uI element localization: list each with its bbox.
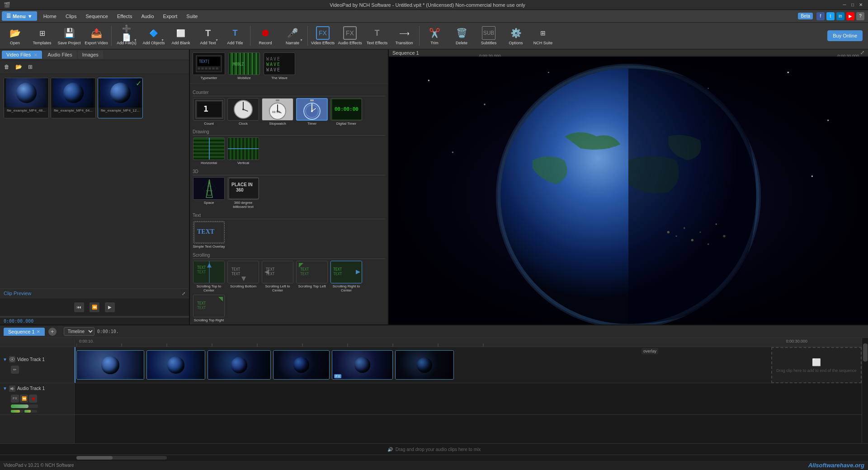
help-icon[interactable]: ? [856, 12, 864, 20]
transition-button[interactable]: ⟶ Transition [391, 24, 417, 48]
seq-close-icon[interactable]: ✕ [37, 329, 40, 334]
linkedin-icon[interactable]: in [836, 12, 844, 20]
effect-simple-text[interactable]: TEXT Simple Text Overlay [193, 221, 225, 249]
add-title-button[interactable]: T Add Title [222, 24, 248, 48]
video-effects-button[interactable]: FX Video Effects [310, 24, 336, 48]
media-view-button[interactable]: ⊞ [25, 62, 35, 72]
clip-prev-button[interactable]: ⏮ [74, 302, 84, 312]
audio-fx-button[interactable]: FX [11, 395, 19, 403]
maximize-button[interactable]: □ [849, 1, 856, 9]
effect-vertical[interactable]: Vertical [227, 137, 259, 165]
minimize-button[interactable]: ─ [841, 1, 848, 9]
narrate-button[interactable]: 🎤 Narrate ▼ [279, 24, 306, 48]
video-files-close-icon[interactable]: ✕ [34, 53, 38, 57]
add-objects-button[interactable]: 🔷 Add Objects ▼ [141, 24, 167, 48]
preview-expand-icon[interactable]: ⤢ [860, 50, 864, 56]
tab-images[interactable]: Images [78, 51, 103, 59]
effect-scroll-bottom[interactable]: TEXT TEXT Scrolling Bottom [227, 261, 259, 293]
effect-scroll-right[interactable]: TEXT TEXT Scrolling Right to Center [330, 261, 363, 293]
effect-scroll-left[interactable]: TEXT TEXT Scrolling Left to Center [261, 261, 294, 293]
add-blank-button[interactable]: ⬜ Add Blank [168, 24, 194, 48]
effect-scroll-tl[interactable]: TEXT TEXT Scrolling Top Left [296, 261, 328, 293]
video-track-expand-icon[interactable]: ▼ [3, 357, 7, 362]
audio-record-button[interactable]: ⏺ [29, 395, 37, 403]
audio-back-button[interactable]: ⏪ [20, 395, 28, 403]
video-clip-4[interactable] [273, 350, 330, 380]
subtitles-button[interactable]: SUB Subtitles [476, 24, 502, 48]
delete-button[interactable]: 🗑️ Delete [448, 24, 475, 48]
video-clip-5[interactable]: FX [332, 350, 393, 380]
effect-scroll-top[interactable]: TEXT TEXT Scrolling Top to Center [193, 261, 225, 293]
audio-track-controls: ▼ Audio Track 1 FX [3, 385, 71, 413]
media-item-1[interactable]: file_example_MP4_48... [4, 78, 49, 118]
effect-scroll-tr[interactable]: TEXT TEXT Scrolling Top Right [193, 295, 225, 323]
video-track-eye-icon[interactable] [9, 356, 15, 362]
save-project-button[interactable]: 💾 Save Project [56, 24, 82, 48]
buy-online-button[interactable]: Buy Online [827, 30, 863, 41]
video-clip-3[interactable] [208, 350, 271, 380]
timeline-hscrollbar[interactable] [0, 455, 868, 460]
add-text-button[interactable]: T Add Text ▼ [195, 24, 221, 48]
templates-button[interactable]: ⊞ Templates [29, 24, 55, 48]
menu-home[interactable]: Home [39, 12, 61, 21]
menu-clips[interactable]: Clips [61, 12, 81, 21]
video-effects-icon: FX [316, 26, 330, 40]
trim-button[interactable]: ✂️ Trim [421, 24, 448, 48]
audio-mute-icon[interactable] [9, 385, 15, 392]
effect-space[interactable]: Space [193, 177, 225, 209]
effect-mobilize[interactable]: MOBLZ Mobilize [228, 52, 260, 80]
clip-preview-expand[interactable]: ⤢ [182, 291, 185, 296]
effect-360[interactable]: PLACE IN 360 360 degree billboard text [227, 177, 259, 209]
menu-button[interactable]: ☰ Menu ▼ [2, 11, 37, 21]
video-track-toggle[interactable]: ▼ Video Track 1 ✏ [3, 356, 71, 374]
audio-volume-slider[interactable] [11, 404, 38, 408]
preview-video[interactable]: 🎥 [389, 56, 868, 324]
menu-audio[interactable]: Audio [137, 12, 158, 21]
add-files-button[interactable]: ➕📄 Add File(s) ▼ [113, 24, 140, 48]
nch-suite-button[interactable]: ⊞ NCH Suite [530, 24, 556, 48]
menu-suite[interactable]: Suite [182, 12, 202, 21]
twitter-icon[interactable]: t [826, 12, 835, 20]
record-button[interactable]: ⏺ Record [252, 24, 278, 48]
svg-rect-26 [310, 99, 314, 101]
effect-clock[interactable]: Clock [227, 98, 259, 126]
open-button[interactable]: 📂 Open [2, 24, 28, 48]
tab-audio-files[interactable]: Audio Files [43, 51, 76, 59]
audio-effects-button[interactable]: FX Audio Effects [337, 24, 363, 48]
effect-wave[interactable]: WAVE WAVE WAVE The Wave [263, 52, 296, 80]
clip-play-button[interactable]: ▶ [105, 302, 115, 312]
youtube-icon[interactable]: ▶ [846, 12, 854, 20]
media-delete-button[interactable]: 🗑 [2, 62, 12, 72]
export-video-button[interactable]: 📤 Export Video [83, 24, 109, 48]
effect-stopwatch[interactable]: 00:00 Stopwatch [261, 98, 294, 126]
timeline-playhead [75, 347, 75, 383]
video-track-edit-button[interactable]: ✏ [11, 366, 19, 374]
timeline-scrollbar[interactable] [862, 338, 868, 443]
close-button[interactable]: ✕ [857, 1, 864, 9]
effect-count[interactable]: 1 Count [193, 98, 225, 126]
timeline-mode-select[interactable]: Timeline [64, 327, 94, 336]
effect-horizontal[interactable]: Horizontal [193, 137, 225, 165]
video-clip-6[interactable] [395, 350, 454, 380]
video-drop-zone[interactable]: ⬜ Drag clip here to add to end of the se… [771, 347, 862, 383]
menu-effects[interactable]: Effects [113, 12, 137, 21]
media-item-2[interactable]: file_example_MP4_64... [51, 78, 96, 118]
effect-timer[interactable]: Timer [296, 98, 328, 126]
clip-prev-frame[interactable]: ⏪ [90, 302, 99, 312]
options-button[interactable]: ⚙️ Options [503, 24, 529, 48]
add-sequence-button[interactable]: + [48, 328, 57, 336]
menu-export[interactable]: Export [159, 12, 182, 21]
sequence-tab-1[interactable]: Sequence 1 ✕ [4, 328, 45, 336]
media-add-button[interactable]: 📂 [14, 62, 24, 72]
effect-digital-timer[interactable]: 00:00:00 Digital Timer [330, 98, 363, 126]
video-clip-2[interactable] [146, 350, 205, 380]
text-effects-button[interactable]: T Text Effects [364, 24, 390, 48]
tab-video-files[interactable]: Video Files ✕ [2, 51, 42, 59]
effect-typewriter[interactable]: TEXT| Typewriter [193, 52, 225, 80]
templates-icon: ⊞ [35, 26, 49, 40]
media-item-3[interactable]: ✓ file_example_MP4_12... [98, 78, 143, 118]
audio-track-expand-icon[interactable]: ▼ [3, 386, 7, 391]
menu-sequence[interactable]: Sequence [81, 12, 113, 21]
video-clip-1[interactable] [76, 350, 144, 380]
facebook-icon[interactable]: f [816, 12, 825, 20]
